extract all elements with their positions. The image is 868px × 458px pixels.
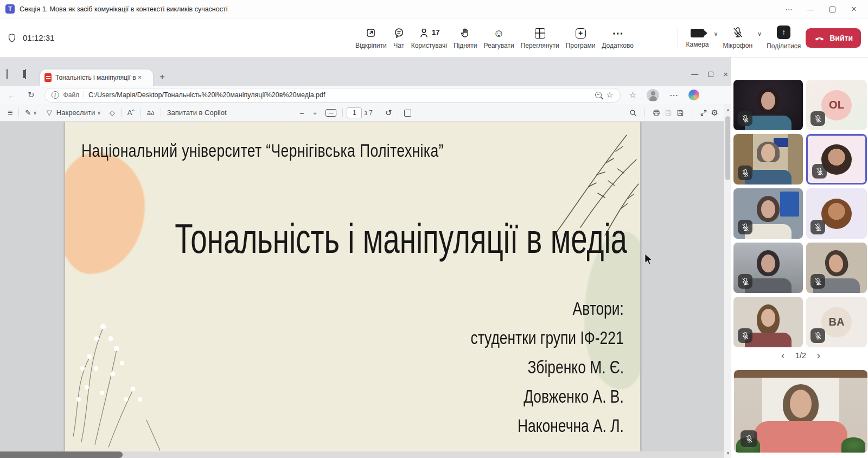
vertical-scrollbar[interactable]: ▲ ▼ — [724, 104, 731, 458]
page-info-icon[interactable]: i — [52, 91, 59, 99]
presenter-video-tile[interactable] — [734, 370, 867, 453]
tab-actions-icon[interactable] — [25, 69, 26, 79]
favorites-bar-icon[interactable]: ☆ — [629, 90, 636, 100]
save-icon[interactable] — [664, 109, 673, 117]
pager-previous-icon[interactable]: ‹ — [781, 349, 784, 361]
participant-avatar-tile[interactable] — [806, 188, 867, 239]
window-more-button[interactable]: ⋯ — [778, 0, 800, 18]
profile-avatar[interactable] — [647, 89, 659, 101]
share-button[interactable]: ↑ Поділитися — [767, 26, 801, 50]
browser-close-button[interactable]: × — [723, 69, 728, 79]
participant-video-tile[interactable] — [806, 243, 867, 293]
pager-label: 1/2 — [795, 351, 806, 360]
pdf-settings-icon[interactable]: ⚙ — [711, 108, 718, 118]
browser-restore-button[interactable] — [708, 72, 713, 77]
participant-video-tile[interactable] — [733, 243, 803, 293]
react-button[interactable]: ☺ Реагувати — [481, 27, 517, 49]
window-close-button[interactable]: × — [843, 0, 865, 18]
tab-title: Тональність і маніпуляції в меді — [55, 74, 136, 81]
grid-view-icon — [535, 28, 545, 39]
print-icon[interactable] — [652, 109, 661, 117]
rotate-icon[interactable]: ↺ — [383, 108, 394, 118]
participant-video-tile[interactable] — [733, 188, 803, 239]
address-bar[interactable]: i Файл C:/Users/Марія/Desktop/Тональніст… — [44, 88, 621, 103]
horizontal-scroll-thumb[interactable] — [0, 451, 123, 458]
new-tab-button[interactable]: + — [159, 72, 165, 82]
chat-button[interactable]: Чат — [391, 27, 407, 49]
mic-options-chevron[interactable]: ∨ — [757, 30, 762, 37]
hangup-icon — [814, 32, 825, 43]
highlighter-chevron[interactable]: ∨ — [33, 110, 37, 116]
photo-avatar — [821, 199, 852, 229]
mic-muted-icon — [732, 27, 744, 39]
view-button[interactable]: Переглянути — [518, 27, 562, 49]
fullscreen-icon[interactable] — [699, 109, 708, 117]
toc-icon[interactable]: ≡ — [5, 108, 15, 118]
microphone-button[interactable]: Мікрофон — [723, 27, 752, 49]
participant-avatar-tile-active[interactable] — [806, 134, 867, 185]
highlighter-icon[interactable]: ✎ — [23, 109, 33, 117]
participants-button[interactable]: 17 Користувачі — [409, 27, 450, 49]
scroll-down-icon[interactable]: ▼ — [724, 451, 732, 456]
browser-tabstrip: Тональність і маніпуляції в меді × + — × — [0, 58, 731, 86]
camera-options-chevron[interactable]: ∨ — [714, 30, 718, 37]
workspaces-icon[interactable] — [7, 69, 8, 79]
scroll-up-icon[interactable]: ▲ — [724, 107, 732, 112]
participant-video-tile[interactable] — [733, 297, 803, 347]
slide-page: Національний університет “Чернігівська П… — [65, 122, 640, 451]
favorite-star-icon[interactable]: ☆ — [606, 90, 613, 100]
pager-next-icon[interactable]: › — [817, 349, 820, 361]
read-aloud-icon[interactable]: Aˆ — [125, 109, 137, 117]
people-icon — [418, 27, 430, 39]
meeting-actions: Відкріпити Чат 17 Користувачі Підняти ☺ … — [353, 18, 636, 57]
more-button[interactable]: ⋯ Додатково — [599, 27, 636, 49]
page-number-input[interactable]: 1 — [347, 107, 362, 118]
more-dots-icon: ⋯ — [612, 27, 623, 39]
draw-chevron[interactable]: ∨ — [97, 110, 101, 116]
ask-copilot-button[interactable]: Запитати в Copilot — [165, 109, 229, 117]
browser-minimize-button[interactable]: — — [691, 70, 698, 78]
apps-button[interactable]: + Програми — [563, 27, 598, 49]
participant-video-tile[interactable] — [733, 134, 803, 185]
author-line: студентки групи ІФ-221 — [432, 323, 624, 353]
browser-menu-icon[interactable]: ⋯ — [669, 90, 678, 100]
share-icon: ↑ — [777, 26, 790, 39]
unpin-button[interactable]: Відкріпити — [353, 27, 390, 49]
participant-initials-tile[interactable]: BA — [806, 297, 867, 347]
fit-width-icon[interactable]: ↔ — [323, 109, 339, 117]
slide-title: Тональність і маніпуляції в медіа — [87, 215, 618, 262]
camera-button[interactable]: Камера — [686, 27, 709, 48]
save-as-icon[interactable] — [676, 109, 685, 117]
unpin-icon — [365, 27, 376, 39]
back-icon[interactable]: ← — [8, 91, 16, 100]
search-icon[interactable] — [629, 109, 637, 117]
camera-icon — [691, 29, 704, 37]
mic-muted-badge — [810, 220, 825, 234]
browser-tab[interactable]: Тональність і маніпуляції в меді × — [40, 69, 153, 86]
initials-avatar: OL — [821, 90, 852, 120]
zoom-in-icon[interactable]: + — [311, 109, 320, 117]
translate-icon[interactable]: аა — [145, 109, 157, 117]
window-minimize-button[interactable]: — — [800, 0, 821, 18]
page-view-icon[interactable] — [402, 110, 413, 117]
draw-icon[interactable]: ▽ — [44, 109, 54, 117]
copilot-icon[interactable] — [688, 90, 699, 100]
tab-close-icon[interactable]: × — [138, 74, 142, 81]
horizontal-scrollbar[interactable] — [0, 451, 731, 458]
pdf-viewport[interactable]: Національний університет “Чернігівська П… — [0, 122, 724, 451]
zoom-out-icon[interactable]: − — [297, 109, 307, 118]
leave-button[interactable]: Вийти — [806, 28, 861, 48]
address-divider — [84, 91, 84, 99]
participant-video-tile[interactable] — [733, 80, 803, 130]
draw-label[interactable]: Накреслити — [54, 109, 97, 117]
refresh-icon[interactable]: ↻ — [28, 90, 35, 100]
zoom-page-icon[interactable] — [595, 92, 602, 98]
eraser-icon[interactable]: ◇ — [107, 109, 117, 117]
address-scheme-label: Файл — [63, 91, 80, 99]
raise-hand-button[interactable]: Підняти — [451, 27, 480, 49]
window-restore-button[interactable] — [821, 0, 843, 18]
mic-muted-badge — [738, 111, 752, 126]
restore-icon — [829, 7, 835, 12]
participant-initials-tile[interactable]: OL — [806, 80, 867, 130]
vertical-scroll-thumb[interactable] — [725, 116, 730, 180]
